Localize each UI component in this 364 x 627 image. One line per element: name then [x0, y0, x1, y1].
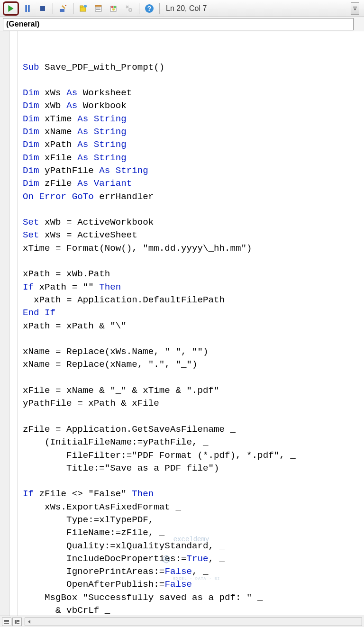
code-line: xName = Replace(xWs.Name, " ", "") [23, 345, 361, 358]
code-line: Sub Save_PDF_with_Prompt() [23, 61, 361, 74]
code-line: xPath = xPath & "\" [23, 320, 361, 333]
design-mode-button[interactable] [56, 2, 70, 15]
toolbar-separator [159, 3, 160, 14]
help-button[interactable]: ? [143, 2, 156, 15]
code-line: If xPath = "" Then [23, 281, 361, 294]
project-explorer-button[interactable] [77, 2, 90, 15]
cursor-position-label: Ln 20, Col 7 [166, 4, 207, 13]
toolbox-button [122, 2, 136, 15]
properties-button[interactable] [92, 2, 105, 15]
margin-gutter [0, 31, 9, 616]
code-line: Dim xWb As Workbook [23, 100, 361, 112]
code-line: xPath = xWb.Path [23, 268, 361, 281]
code-line: yPathFile = xPath & xFile [23, 397, 361, 410]
code-line: (InitialFileName:=yPathFile, _ [23, 436, 361, 449]
code-line [23, 372, 361, 384]
svg-rect-27 [15, 620, 17, 624]
svg-rect-29 [17, 621, 19, 622]
code-line: xPath = Application.DefaultFilePath [23, 294, 361, 307]
svg-rect-20 [353, 7, 357, 8]
svg-rect-12 [96, 9, 100, 10]
code-line: xFile = xName & "_" & xTime & ".pdf" [23, 384, 361, 397]
svg-point-14 [111, 6, 114, 8]
code-area: Sub Save_PDF_with_Prompt() Dim xWs As Wo… [0, 31, 364, 616]
svg-point-16 [112, 8, 115, 10]
svg-rect-26 [4, 623, 9, 624]
svg-rect-30 [17, 623, 19, 624]
code-editor[interactable]: Sub Save_PDF_with_Prompt() Dim xWs As Wo… [18, 31, 364, 616]
run-button[interactable] [3, 1, 19, 16]
svg-text:?: ? [147, 5, 152, 12]
code-line: Dim xWs As Worksheet [23, 87, 361, 100]
code-line [23, 74, 361, 87]
svg-point-17 [129, 9, 132, 11]
toolbar-separator [139, 3, 139, 14]
svg-marker-21 [354, 9, 356, 10]
code-line: IncludeDocProperties:=True, _ [23, 553, 361, 565]
scroll-left-icon[interactable] [25, 618, 34, 626]
svg-rect-5 [65, 5, 66, 6]
svg-point-8 [84, 5, 87, 8]
code-line: & vbCrLf _ [23, 604, 361, 616]
scope-dropdown[interactable]: (General) [3, 18, 354, 30]
svg-rect-25 [4, 621, 9, 622]
code-line: Dim yPathFile As String [23, 164, 361, 177]
svg-rect-4 [60, 9, 64, 12]
pause-button[interactable] [21, 2, 34, 15]
code-line: On Error GoTo errHandler [23, 191, 361, 203]
code-line: Set xWs = ActiveSheet [23, 229, 361, 242]
procedure-view-button[interactable] [2, 618, 11, 626]
svg-rect-28 [17, 620, 19, 621]
code-line: Set xWb = ActiveWorkbook [23, 216, 361, 229]
code-line: zFile = Application.GetSaveAsFilename _ [23, 423, 361, 436]
svg-rect-3 [40, 6, 45, 11]
indicator-bar [9, 31, 18, 616]
code-line [23, 203, 361, 216]
code-line: Dim xTime As String [23, 113, 361, 126]
code-line: Dim xName As String [23, 126, 361, 138]
code-line: xTime = Format(Now(), "mm.dd.yyyy\_hh.mm… [23, 242, 361, 255]
svg-point-15 [114, 6, 116, 8]
svg-rect-11 [96, 8, 100, 9]
code-line: FileFilter:="PDF Format (*.pdf), *.pdf",… [23, 449, 361, 462]
svg-rect-1 [25, 5, 27, 12]
scope-bar: (General) [0, 17, 364, 31]
svg-marker-31 [28, 620, 30, 624]
full-module-view-button[interactable] [12, 618, 22, 626]
code-line [23, 410, 361, 423]
code-line [23, 255, 361, 268]
code-line: MsgBox "Successfully saved as a pdf: " _ [23, 591, 361, 604]
scope-value: (General) [6, 20, 39, 28]
code-line [23, 333, 361, 345]
code-line: Dim xPath As String [23, 138, 361, 151]
code-line: FileName:=zFile, _ [23, 527, 361, 539]
stop-button[interactable] [36, 2, 49, 15]
object-browser-button[interactable] [107, 2, 120, 15]
toolbar-separator [53, 3, 53, 14]
code-line: IgnorePrintAreas:=False, _ [23, 565, 361, 578]
code-line [23, 475, 361, 488]
toolbar-separator [73, 3, 73, 14]
code-line: Dim zFile As Variant [23, 177, 361, 190]
svg-rect-7 [80, 6, 83, 7]
code-line: Type:=xlTypePDF, _ [23, 514, 361, 527]
code-line: xName = Replace(xName, ".", "_") [23, 358, 361, 371]
code-line: OpenAfterPublish:=False [23, 578, 361, 591]
code-line: Title:="Save as a PDF file") [23, 462, 361, 475]
code-line: Quality:=xlQualityStandard, _ [23, 540, 361, 553]
code-line: Dim xFile As String [23, 152, 361, 164]
horizontal-scrollbar[interactable] [25, 618, 362, 626]
svg-rect-2 [28, 5, 30, 12]
toolbar: ? Ln 20, Col 7 [0, 0, 364, 17]
code-line: End If [23, 307, 361, 319]
svg-rect-10 [95, 5, 101, 7]
code-line: If zFile <> "False" Then [23, 488, 361, 500]
svg-rect-24 [4, 620, 9, 621]
code-line: xWs.ExportAsFixedFormat _ [23, 501, 361, 514]
toolbar-overflow-button[interactable] [351, 2, 359, 15]
bottom-bar [0, 616, 364, 627]
svg-marker-0 [8, 5, 13, 12]
